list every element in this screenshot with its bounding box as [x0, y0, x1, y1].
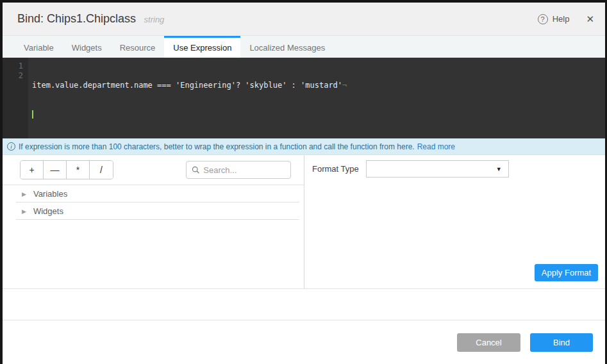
content-area: + — * / ▶	[3, 155, 605, 289]
minus-operator-button[interactable]: —	[44, 161, 67, 179]
line-number: 1	[3, 62, 23, 71]
dialog-header: Bind: Chips1.Chipclass string ? Help ✕	[3, 3, 605, 36]
eol-marker: ¬	[342, 81, 347, 90]
editor-cursor	[32, 110, 33, 119]
tab-widgets[interactable]: Widgets	[63, 36, 111, 58]
format-type-row: Format Type ▼	[312, 160, 605, 178]
divide-operator-button[interactable]: /	[90, 161, 113, 179]
tree-item-variables[interactable]: ▶ Variables	[3, 185, 304, 203]
operator-group: + — * /	[20, 160, 113, 179]
tab-resource[interactable]: Resource	[111, 36, 165, 58]
binding-type-label: string	[144, 15, 165, 24]
code-line-1: item.value.department.name === 'Engineer…	[32, 81, 605, 90]
empty-area	[3, 289, 605, 320]
dialog-footer: Cancel Bind	[3, 320, 605, 364]
search-icon	[192, 165, 199, 174]
editor-code-area: item.value.department.name === 'Engineer…	[28, 58, 605, 138]
tree-item-widgets[interactable]: ▶ Widgets	[3, 203, 304, 220]
screen-background: Bind: Chips1.Chipclass string ? Help ✕ V…	[0, 0, 607, 364]
help-label: Help	[553, 14, 570, 24]
tree-item-label: Widgets	[33, 206, 63, 216]
info-message: If expression is more than 100 character…	[19, 142, 415, 151]
bind-button[interactable]: Bind	[530, 333, 593, 352]
format-panel: Format Type ▼ Apply Format	[304, 155, 605, 288]
plus-operator-button[interactable]: +	[21, 161, 44, 179]
apply-format-button[interactable]: Apply Format	[535, 264, 598, 281]
expression-editor[interactable]: 1 2 item.value.department.name === 'Engi…	[3, 58, 605, 138]
editor-gutter: 1 2	[3, 58, 28, 138]
multiply-operator-button[interactable]: *	[67, 161, 90, 179]
tree-item-label: Variables	[33, 189, 67, 199]
code-line-2	[32, 110, 605, 119]
tab-bar: Variable Widgets Resource Use Expression…	[3, 36, 605, 58]
help-icon: ?	[538, 14, 548, 24]
search-box[interactable]	[186, 161, 291, 179]
info-bar: i If expression is more than 100 charact…	[3, 138, 605, 155]
expression-helpers-panel: + — * / ▶	[3, 155, 304, 288]
help-button[interactable]: ? Help	[538, 14, 570, 24]
bind-dialog: Bind: Chips1.Chipclass string ? Help ✕ V…	[3, 3, 605, 364]
dialog-title-group: Bind: Chips1.Chipclass string	[17, 12, 164, 26]
operator-toolbar: + — * /	[3, 155, 304, 185]
binding-tree: ▶ Variables ▶ Widgets	[3, 185, 304, 220]
dialog-title: Bind: Chips1.Chipclass	[17, 12, 136, 25]
header-actions: ? Help ✕	[538, 13, 594, 25]
dropdown-arrow-icon: ▼	[496, 166, 502, 172]
format-type-select[interactable]: ▼	[366, 160, 509, 178]
caret-right-icon: ▶	[22, 191, 26, 197]
search-input[interactable]	[203, 165, 285, 175]
cancel-button[interactable]: Cancel	[457, 333, 520, 352]
tab-localized-messages[interactable]: Localized Messages	[240, 36, 334, 58]
expression-text: item.value.department.name === 'Engineer…	[32, 81, 342, 90]
close-icon[interactable]: ✕	[586, 13, 594, 25]
tab-use-expression[interactable]: Use Expression	[164, 36, 240, 58]
line-number: 2	[3, 71, 23, 81]
read-more-link[interactable]: Read more	[417, 142, 455, 151]
tab-variable[interactable]: Variable	[15, 36, 63, 58]
info-icon: i	[7, 142, 15, 151]
format-type-label: Format Type	[312, 164, 359, 174]
caret-right-icon: ▶	[22, 208, 26, 215]
